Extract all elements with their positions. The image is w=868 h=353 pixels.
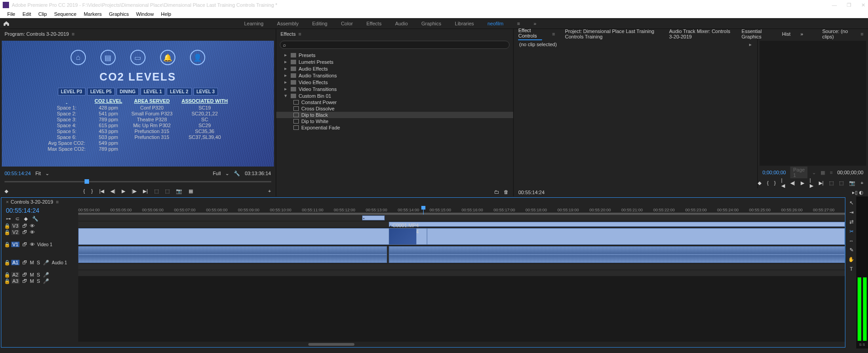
tree-folder[interactable]: ▸Audio Transitions	[276, 72, 514, 79]
menu-sequence[interactable]: Sequence	[52, 11, 80, 17]
clip[interactable]: ▪ C0001.MP4	[389, 228, 427, 245]
workspace-overflow-icon[interactable]: »	[533, 21, 536, 26]
chevron-down-icon[interactable]: ⌄	[812, 170, 816, 176]
pen-tool-icon[interactable]: ✎	[849, 247, 854, 253]
tab-essential-graphics[interactable]: Essential Graphics	[741, 29, 772, 39]
delete-icon[interactable]: 🗑	[504, 189, 509, 195]
track-select-tool-icon[interactable]: ⇥	[849, 210, 854, 215]
time-ruler[interactable]: 00:55:04:0000:55:05:0000:55:06:0000:55:0…	[78, 206, 845, 215]
slip-tool-icon[interactable]: ↔	[849, 238, 854, 243]
track-v3[interactable]: ▪ C0001.MP4	[78, 215, 845, 221]
workspace-effects[interactable]: Effects	[366, 21, 381, 26]
workspace-neofilm[interactable]: neofilm	[487, 21, 503, 26]
list-icon[interactable]: ≡	[830, 170, 832, 175]
program-header[interactable]: Program: Controls 3-20-2019 ≡	[0, 29, 276, 39]
menu-file[interactable]: File	[5, 11, 18, 17]
go-to-out-button[interactable]: ▶|	[819, 180, 824, 186]
ripple-edit-tool-icon[interactable]: ⇄	[849, 219, 854, 225]
track-header-a3[interactable]: 🔒A3🗗MS🎤	[1, 278, 78, 284]
workspace-audio[interactable]: Audio	[395, 21, 408, 26]
new-bin-icon[interactable]: 🗀	[494, 189, 499, 195]
selection-tool-icon[interactable]: ↖	[849, 200, 854, 206]
workspace-learning[interactable]: Learning	[244, 21, 264, 26]
tree-folder[interactable]: ▸Video Transitions	[276, 86, 514, 92]
track-a3[interactable]	[78, 270, 845, 277]
track-header-v1[interactable]: 🔒V1🗗👁Video 1	[1, 235, 78, 253]
source-page[interactable]: Page 1	[790, 167, 807, 178]
toggle-icon[interactable]: ▸	[749, 42, 752, 48]
audio-meters[interactable]: S S	[856, 196, 868, 348]
effects-search[interactable]: ⌕	[280, 41, 510, 49]
effect-item[interactable]: Exponential Fade	[276, 124, 514, 131]
effect-item[interactable]: Constant Power	[276, 99, 514, 105]
audio-clip[interactable]	[389, 246, 845, 263]
step-back-button[interactable]: ◀|	[110, 188, 115, 194]
go-to-out-button[interactable]: ▶|	[143, 188, 148, 194]
program-timecode[interactable]: 00:55:14:24	[5, 171, 31, 176]
effects-header[interactable]: Effects ≡	[276, 29, 514, 39]
maximize-button[interactable]: ❐	[847, 2, 851, 8]
add-marker-button[interactable]: ◆	[758, 180, 761, 186]
export-frame-button[interactable]: 📷	[849, 180, 855, 186]
play-button[interactable]: ▶	[122, 188, 125, 194]
mark-out-button[interactable]: }	[91, 188, 93, 194]
timeline-scrollbar[interactable]	[78, 342, 845, 347]
chevron-down-icon[interactable]: ⌄	[45, 171, 49, 176]
timeline-tracks-area[interactable]: 00:55:04:0000:55:05:0000:55:06:0000:55:0…	[78, 206, 845, 347]
timeline-timecode[interactable]: 00:55:14:24	[1, 206, 78, 215]
playhead[interactable]	[423, 206, 424, 215]
track-header-v3[interactable]: 🔒V3🗗👁	[1, 223, 78, 229]
track-a1[interactable]	[78, 246, 845, 264]
close-button[interactable]: ✕	[861, 2, 865, 8]
workspace-color[interactable]: Color	[341, 21, 353, 26]
audio-clip[interactable]	[78, 246, 387, 263]
clip[interactable]: ▪ C0001.MP4	[362, 215, 385, 220]
source-timecode-in[interactable]: 0;00;00;00	[762, 170, 786, 175]
link-icon[interactable]: ⊂	[15, 216, 19, 222]
tree-folder[interactable]: ▸Presets	[276, 52, 514, 58]
mark-in-button[interactable]: {	[767, 180, 769, 186]
step-back-button[interactable]: ◀|	[790, 180, 795, 186]
extract-button[interactable]: ⬚	[165, 188, 170, 194]
playback-quality[interactable]: Full	[213, 171, 221, 176]
menu-graphics[interactable]: Graphics	[106, 11, 132, 17]
effect-item-selected[interactable]: Dip to Black	[276, 112, 514, 118]
settings-icon[interactable]: 🔧	[32, 216, 38, 222]
timeline-header[interactable]: × Controls 3-20-2019 ≡	[1, 198, 845, 206]
play-button[interactable]: ▶	[801, 180, 804, 186]
step-forward-button[interactable]: |▶	[810, 177, 813, 189]
workspace-assembly[interactable]: Assembly	[277, 21, 299, 26]
effect-item[interactable]: Cross Dissolve	[276, 105, 514, 112]
menu-window[interactable]: Window	[133, 11, 156, 17]
button-editor-icon[interactable]: +	[268, 188, 271, 194]
grid-icon[interactable]: ▦	[821, 170, 825, 176]
workspace-graphics[interactable]: Graphics	[421, 21, 441, 26]
program-monitor[interactable]: ⌂ ▤ ▭ 🔔 👤 CO2 LEVELS LEVEL P3 LEVEL P5 D…	[2, 41, 274, 167]
tree-folder[interactable]: ▸Lumetri Presets	[276, 58, 514, 65]
track-header-a2[interactable]: 🔒A2🗗MS🎤	[1, 272, 78, 278]
menu-markers[interactable]: Markers	[81, 11, 104, 17]
menu-clip[interactable]: Clip	[36, 11, 50, 17]
razor-tool-icon[interactable]: ✂	[849, 229, 854, 234]
overwrite-button[interactable]: ⬚	[839, 180, 844, 186]
go-to-in-button[interactable]: |◀	[781, 177, 785, 189]
tab-effect-controls[interactable]: Effect Controls	[518, 28, 542, 40]
menu-edit[interactable]: Edit	[20, 11, 34, 17]
search-input[interactable]	[286, 42, 507, 48]
hand-tool-icon[interactable]: ✋	[848, 257, 854, 262]
clip[interactable]	[78, 228, 845, 245]
panel-menu-icon[interactable]: ≡	[552, 31, 555, 37]
track-v2[interactable]: ▪ C0001.MP4	[78, 221, 845, 228]
ec-toggle-icon[interactable]: ▸▯ ◐	[852, 190, 863, 196]
workspace-menu-icon[interactable]: ≡	[517, 21, 520, 26]
source-monitor[interactable]	[760, 41, 866, 166]
add-marker-button[interactable]: ◆	[5, 188, 8, 194]
panel-menu-icon[interactable]: ≡	[56, 199, 59, 205]
workspace-libraries[interactable]: Libraries	[455, 21, 474, 26]
program-scrubber[interactable]	[5, 178, 271, 186]
chevron-down-icon[interactable]: ⌄	[225, 171, 229, 176]
lift-button[interactable]: ⬚	[154, 188, 159, 194]
panel-menu-icon[interactable]: ≡	[71, 31, 74, 37]
minimize-button[interactable]: —	[832, 2, 837, 8]
export-frame-button[interactable]: 📷	[176, 188, 182, 194]
